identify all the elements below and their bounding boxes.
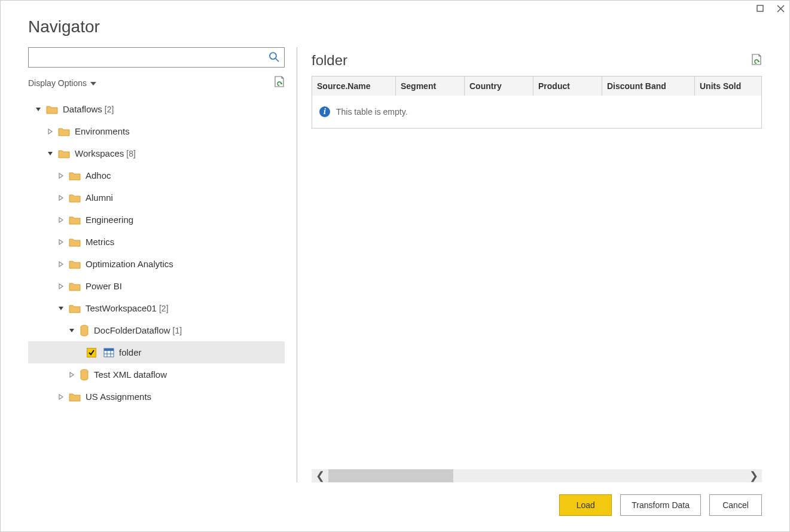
folder-icon bbox=[58, 149, 70, 158]
display-options-label: Display Options bbox=[28, 78, 87, 88]
tree-node-environments[interactable]: Environments bbox=[28, 120, 285, 142]
folder-icon bbox=[69, 259, 81, 269]
grid-header-row: Source.Name Segment Country Product Disc… bbox=[312, 77, 761, 96]
chevron-down-icon[interactable] bbox=[46, 151, 54, 157]
search-icon[interactable] bbox=[269, 51, 279, 64]
folder-icon bbox=[58, 127, 70, 136]
svg-marker-17 bbox=[69, 329, 74, 332]
search-input[interactable] bbox=[33, 52, 269, 63]
dataflow-icon bbox=[80, 369, 89, 381]
svg-marker-9 bbox=[48, 152, 53, 155]
column-header[interactable]: Product bbox=[533, 77, 602, 96]
chevron-down-icon[interactable] bbox=[34, 106, 42, 112]
page-refresh-icon[interactable] bbox=[274, 76, 285, 90]
cancel-button[interactable]: Cancel bbox=[709, 494, 762, 516]
tree-node-count: [1] bbox=[173, 326, 182, 335]
folder-icon bbox=[69, 282, 81, 291]
svg-point-3 bbox=[270, 53, 276, 59]
chevron-down-icon bbox=[90, 78, 96, 88]
svg-marker-5 bbox=[90, 82, 96, 85]
svg-marker-13 bbox=[59, 240, 63, 244]
transform-data-button[interactable]: Transform Data bbox=[620, 494, 701, 516]
svg-line-4 bbox=[276, 59, 279, 62]
tree-node-testworkspace01[interactable]: TestWorkspace01 [2] bbox=[28, 297, 285, 319]
preview-refresh-icon[interactable] bbox=[751, 54, 762, 68]
svg-marker-11 bbox=[59, 195, 63, 200]
tree-node-docfolderdataflow[interactable]: DocFolderDataflow [1] bbox=[28, 319, 285, 341]
tree-node-label: US Assignments bbox=[86, 392, 151, 402]
svg-marker-24 bbox=[70, 372, 74, 377]
empty-table-message: This table is empty. bbox=[336, 107, 408, 117]
column-header[interactable]: Country bbox=[465, 77, 533, 96]
chevron-right-icon[interactable] bbox=[57, 217, 65, 223]
tree-node-count: [2] bbox=[159, 304, 169, 313]
svg-rect-0 bbox=[757, 5, 763, 11]
column-header[interactable]: Segment bbox=[396, 77, 465, 96]
scroll-right-icon[interactable]: ❯ bbox=[745, 469, 762, 482]
tree-node-metrics[interactable]: Metrics bbox=[28, 231, 285, 253]
tree-node-label: Dataflows bbox=[63, 104, 102, 114]
svg-marker-10 bbox=[59, 173, 63, 178]
load-button[interactable]: Load bbox=[559, 494, 612, 516]
tree-node-label: Adhoc bbox=[86, 170, 111, 181]
folder-icon bbox=[69, 215, 81, 225]
chevron-right-icon[interactable] bbox=[57, 239, 65, 245]
chevron-right-icon[interactable] bbox=[57, 173, 65, 179]
svg-marker-6 bbox=[281, 82, 283, 85]
chevron-right-icon[interactable] bbox=[57, 394, 65, 400]
column-header[interactable]: Units Sold bbox=[695, 77, 761, 96]
svg-rect-20 bbox=[104, 348, 114, 351]
tree-node-dataflows[interactable]: Dataflows [2] bbox=[28, 98, 285, 120]
button-label: Transform Data bbox=[632, 500, 690, 510]
preview-grid: Source.Name Segment Country Product Disc… bbox=[312, 76, 762, 129]
svg-marker-8 bbox=[48, 129, 52, 134]
horizontal-scrollbar[interactable]: ❮ ❯ bbox=[312, 469, 762, 482]
chevron-right-icon[interactable] bbox=[57, 195, 65, 201]
tree-node-label: Alumni bbox=[86, 192, 113, 203]
tree-node-label: folder bbox=[119, 347, 142, 357]
chevron-right-icon[interactable] bbox=[57, 283, 65, 289]
tree-node-engineering[interactable]: Engineering bbox=[28, 209, 285, 231]
tree-node-label: TestWorkspace01 bbox=[86, 303, 157, 313]
tree-node-label: Power BI bbox=[86, 281, 122, 291]
preview-pane: folder Source.Name Segment Country Produ… bbox=[297, 47, 762, 482]
chevron-right-icon[interactable] bbox=[57, 261, 65, 267]
tree-node-test-xml-dataflow[interactable]: Test XML dataflow bbox=[28, 363, 285, 386]
folder-icon bbox=[69, 171, 81, 181]
folder-icon bbox=[69, 392, 81, 402]
column-header[interactable]: Discount Band bbox=[602, 77, 695, 96]
tree-node-adhoc[interactable]: Adhoc bbox=[28, 164, 285, 186]
search-box[interactable] bbox=[28, 47, 285, 68]
window-close-icon[interactable] bbox=[776, 4, 785, 13]
chevron-right-icon[interactable] bbox=[68, 372, 76, 378]
tree-node-optimization-analytics[interactable]: Optimization Analytics bbox=[28, 253, 285, 275]
scrollbar-track[interactable] bbox=[328, 469, 745, 482]
tree-node-alumni[interactable]: Alumni bbox=[28, 186, 285, 209]
chevron-down-icon[interactable] bbox=[68, 328, 76, 334]
button-label: Cancel bbox=[722, 500, 749, 510]
folder-icon bbox=[69, 193, 81, 203]
table-icon bbox=[103, 348, 114, 357]
display-options-dropdown[interactable]: Display Options bbox=[28, 78, 96, 88]
tree-node-label: Environments bbox=[75, 126, 130, 136]
svg-marker-15 bbox=[59, 284, 63, 289]
svg-marker-27 bbox=[758, 60, 760, 63]
chevron-down-icon[interactable] bbox=[57, 305, 65, 311]
tree-node-label: Engineering bbox=[86, 215, 133, 225]
preview-title: folder bbox=[312, 52, 347, 69]
svg-marker-12 bbox=[59, 218, 63, 222]
scroll-left-icon[interactable]: ❮ bbox=[312, 469, 328, 482]
scrollbar-thumb[interactable] bbox=[328, 469, 453, 482]
tree-node-us-assignments[interactable]: US Assignments bbox=[28, 386, 285, 408]
chevron-right-icon[interactable] bbox=[46, 129, 54, 134]
tree-node-count: [2] bbox=[105, 105, 114, 114]
tree-node-folder[interactable]: . folder bbox=[28, 341, 285, 363]
tree-node-label: DocFolderDataflow bbox=[94, 325, 170, 335]
column-header[interactable]: Source.Name bbox=[312, 77, 396, 96]
folder-icon bbox=[69, 237, 81, 247]
window-maximize-icon[interactable] bbox=[756, 4, 764, 13]
navigator-left-pane: Display Options bbox=[28, 47, 297, 482]
tree-checkbox[interactable] bbox=[87, 348, 96, 357]
tree-node-power-bi[interactable]: Power BI bbox=[28, 275, 285, 297]
tree-node-workspaces[interactable]: Workspaces [8] bbox=[28, 142, 285, 164]
